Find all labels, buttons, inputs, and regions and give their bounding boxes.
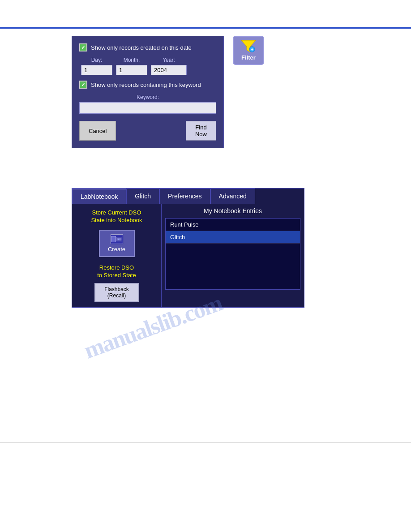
date-filter-label: Show only records created on this date	[91, 44, 192, 51]
dialog-buttons: Cancel FindNow	[79, 121, 216, 141]
filter-dialog: Show only records created on this date D…	[72, 36, 224, 148]
flashback-button[interactable]: Flashback(Recall)	[94, 283, 139, 302]
date-fields-group: Day: Month: Year:	[79, 57, 216, 75]
filter-icon-button[interactable]: Filter	[233, 36, 264, 65]
day-header: Day:	[91, 57, 103, 63]
bottom-border-line	[0, 442, 411, 442]
day-group: Day:	[81, 57, 112, 75]
entry-glitch[interactable]: Glitch	[166, 231, 300, 244]
tab-glitch[interactable]: Glitch	[126, 189, 159, 204]
keyword-filter-label: Show only records containing this keywor…	[91, 82, 201, 88]
year-input[interactable]	[151, 65, 187, 75]
month-input[interactable]	[116, 65, 147, 75]
notebook-panel: LabNotebook Glitch Preferences Advanced …	[72, 188, 304, 308]
find-now-button[interactable]: FindNow	[186, 121, 216, 141]
keyword-input[interactable]	[79, 102, 216, 114]
cancel-button[interactable]: Cancel	[79, 121, 116, 141]
tab-preferences[interactable]: Preferences	[159, 189, 210, 204]
keyword-label: Keyword:	[79, 94, 216, 100]
day-input[interactable]	[81, 65, 112, 75]
date-filter-row: Show only records created on this date	[79, 43, 216, 51]
month-header: Month:	[124, 57, 140, 63]
notebook-entries-title: My Notebook Entries	[165, 207, 300, 215]
top-border-line	[0, 27, 411, 29]
filter-area: Show only records created on this date D…	[72, 36, 264, 148]
tab-bar: LabNotebook Glitch Preferences Advanced	[72, 189, 304, 204]
date-filter-checkbox[interactable]	[79, 43, 87, 51]
restore-dso-title: Restore DSO to Stored State	[77, 264, 156, 279]
create-button[interactable]: Create	[99, 230, 135, 257]
svg-rect-6	[118, 239, 119, 240]
panel-left: Store Current DSO State into Notebook Cr…	[72, 204, 162, 307]
panel-content: Store Current DSO State into Notebook Cr…	[72, 204, 304, 307]
entry-runt-pulse[interactable]: Runt Pulse	[166, 219, 300, 231]
filter-funnel-icon	[240, 40, 257, 52]
notebook-area: LabNotebook Glitch Preferences Advanced …	[72, 188, 304, 308]
keyword-filter-row: Show only records containing this keywor…	[79, 81, 216, 89]
create-icon	[111, 234, 123, 244]
panel-right: My Notebook Entries Runt Pulse Glitch	[162, 204, 304, 307]
year-group: Year:	[151, 57, 187, 75]
keyword-section: Keyword:	[79, 94, 216, 114]
tab-labnotebook[interactable]: LabNotebook	[72, 189, 126, 204]
keyword-filter-checkbox[interactable]	[79, 81, 87, 89]
create-button-label: Create	[108, 246, 125, 253]
filter-icon-label: Filter	[241, 54, 256, 61]
store-dso-title: Store Current DSO State into Notebook	[77, 209, 156, 224]
year-header: Year:	[163, 57, 175, 63]
notebook-entries-list: Runt Pulse Glitch	[165, 218, 300, 290]
month-group: Month:	[116, 57, 147, 75]
tab-advanced[interactable]: Advanced	[210, 189, 255, 204]
